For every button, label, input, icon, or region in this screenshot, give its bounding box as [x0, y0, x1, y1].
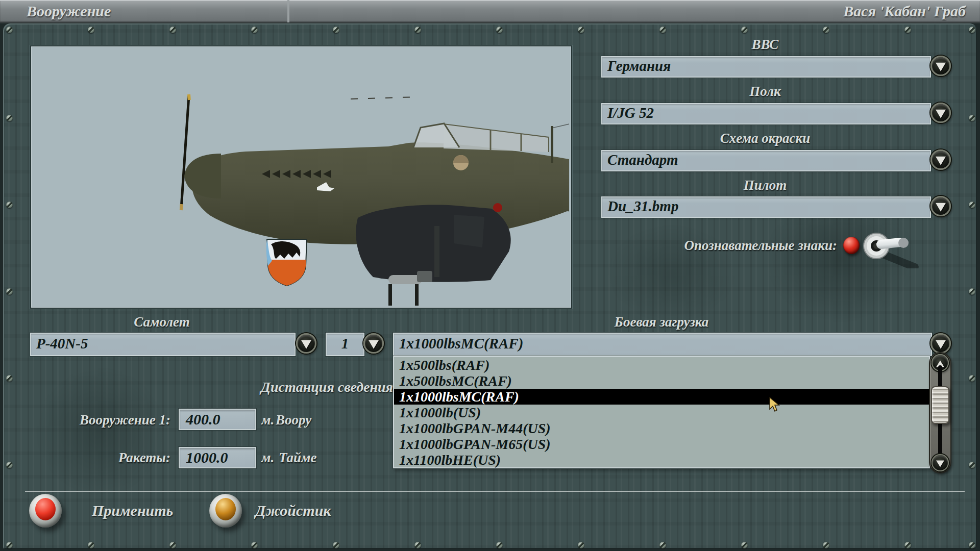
mouse-cursor-icon [769, 397, 781, 412]
paint-scheme-select[interactable]: Стандарт [601, 150, 931, 171]
screw-icon [88, 542, 94, 548]
pilot-skin-dropdown-arrow-icon[interactable] [930, 196, 951, 216]
aircraft-select[interactable]: P-40N-5 [30, 333, 296, 356]
aircraft-image [31, 46, 569, 306]
scrollbar-thumb[interactable] [931, 386, 949, 424]
titlebar-divider [287, 0, 288, 22]
pilot-skin-label: Пилот [601, 178, 929, 193]
apply-button[interactable] [29, 494, 62, 528]
screw-icon [659, 27, 666, 33]
screw-icon [6, 462, 13, 468]
screw-icon [6, 375, 13, 382]
page-title: Вооружение [27, 0, 111, 22]
screw-icon [496, 27, 503, 33]
weapon2-label: Воору [276, 412, 393, 428]
screw-icon [6, 542, 13, 548]
regiment-label: Полк [601, 84, 929, 99]
screw-icon [741, 27, 748, 33]
loadout-select[interactable]: 1x1000lbsMC(RAF) [393, 333, 932, 356]
weapon1-label: Вооружение 1: [41, 412, 170, 428]
screw-icon [333, 542, 339, 548]
aircraft-count-dropdown-arrow-icon[interactable] [363, 333, 384, 354]
screw-icon [333, 27, 339, 33]
screw-icon [904, 542, 911, 548]
loadout-option[interactable]: 1x1100lbHE(US) [394, 452, 929, 468]
screw-icon [659, 542, 666, 548]
loadout-option[interactable]: 1x1000lbGPAN-M44(US) [394, 420, 929, 436]
screw-icon [251, 542, 258, 548]
bottom-separator [25, 491, 965, 492]
joystick-label[interactable]: Джойстик [255, 494, 331, 528]
player-name: Вася 'Кабан' Граб [843, 0, 966, 22]
airforce-label: ВВС [601, 37, 929, 52]
rockets-unit: м. [261, 450, 274, 465]
loadout-option[interactable]: 1x1000lbGPAN-M65(US) [394, 436, 929, 452]
paint-scheme-label: Схема окраски [601, 131, 929, 146]
screw-icon [6, 288, 13, 295]
weapon1-unit: м. [261, 412, 274, 428]
loadout-dropdown-arrow-icon[interactable] [930, 333, 951, 354]
background-art [34, 365, 166, 498]
joystick-button[interactable] [209, 494, 242, 528]
aircraft-preview [30, 45, 572, 309]
paint-scheme-dropdown-arrow-icon[interactable] [930, 149, 951, 170]
apply-label[interactable]: Применить [92, 494, 173, 528]
scroll-down-button[interactable] [932, 454, 949, 471]
rockets-input[interactable]: 1000.0 [179, 447, 256, 468]
airforce-select[interactable]: Германия [601, 56, 931, 78]
loadout-option-list: 1x500lbs(RAF) 1x500lbsMC(RAF) 1x1000lbsM… [393, 356, 930, 468]
loadout-option-selected[interactable]: 1x1000lbsMC(RAF) [394, 389, 929, 405]
rockets-label: Ракеты: [41, 450, 170, 465]
squadron-emblem [266, 239, 307, 286]
timer-label: Тайме [279, 450, 393, 465]
regiment-dropdown-arrow-icon[interactable] [930, 103, 951, 123]
markings-toggle-switch[interactable] [860, 228, 931, 268]
screw-icon [88, 27, 94, 33]
screw-icon [969, 542, 975, 548]
screw-icon [969, 115, 975, 121]
screw-icon [823, 542, 829, 548]
screw-icon [251, 27, 258, 33]
aircraft-dropdown-arrow-icon[interactable] [296, 333, 316, 354]
screw-icon [169, 27, 176, 33]
loadout-option[interactable]: 1x500lbs(RAF) [394, 357, 929, 373]
screw-icon [969, 462, 975, 468]
screw-icon [6, 115, 13, 121]
aircraft-label: Самолет [30, 314, 293, 330]
screw-icon [578, 27, 584, 33]
amber-button-icon [215, 498, 236, 520]
title-bar: Вооружение Вася 'Кабан' Граб [0, 0, 980, 23]
screw-icon [741, 542, 748, 548]
loadout-scrollbar[interactable] [929, 352, 951, 473]
markings-label: Опознавательные знаки: [601, 238, 837, 253]
markings-indicator-lamp [843, 237, 860, 254]
airforce-dropdown-arrow-icon[interactable] [930, 56, 951, 76]
loadout-option[interactable]: 1x500lbsMC(RAF) [394, 373, 929, 389]
screw-icon [578, 542, 584, 548]
screw-icon [969, 27, 975, 33]
screw-icon [823, 27, 829, 33]
screw-icon [414, 542, 421, 548]
screw-icon [169, 542, 176, 548]
weapon1-input[interactable]: 400.0 [179, 409, 256, 430]
screw-icon [904, 27, 911, 33]
loadout-option[interactable]: 1x1000lb(US) [394, 405, 929, 420]
aircraft-count-select[interactable]: 1 [326, 333, 364, 356]
pilot-skin-select[interactable]: Du_31.bmp [601, 196, 931, 218]
screw-icon [414, 27, 421, 33]
regiment-select[interactable]: I/JG 52 [601, 103, 931, 124]
screw-icon [969, 375, 975, 382]
screw-icon [496, 542, 503, 548]
loadout-label: Боевая загрузка [393, 314, 930, 330]
screw-icon [6, 27, 13, 33]
convergence-title: Дистанция сведения [153, 380, 393, 395]
screw-icon [969, 202, 975, 208]
red-button-icon [35, 498, 56, 520]
screw-icon [6, 202, 13, 208]
screw-icon [969, 288, 975, 295]
